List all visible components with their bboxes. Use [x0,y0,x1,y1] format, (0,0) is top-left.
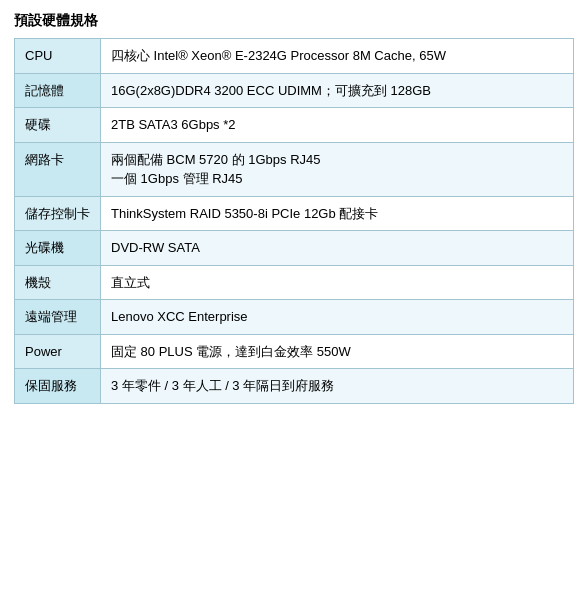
table-row: 硬碟2TB SATA3 6Gbps *2 [15,108,574,143]
spec-value: 兩個配備 BCM 5720 的 1Gbps RJ45一個 1Gbps 管理 RJ… [101,142,574,196]
table-row: 遠端管理Lenovo XCC Enterprise [15,300,574,335]
page-title: 預設硬體規格 [14,12,574,30]
spec-value: DVD-RW SATA [101,231,574,266]
spec-label: 遠端管理 [15,300,101,335]
spec-label: 保固服務 [15,369,101,404]
specs-table: CPU四核心 Intel® Xeon® E-2324G Processor 8M… [14,38,574,404]
table-row: 儲存控制卡ThinkSystem RAID 5350-8i PCIe 12Gb … [15,196,574,231]
spec-label: 儲存控制卡 [15,196,101,231]
spec-value: 直立式 [101,265,574,300]
table-row: 記憶體16G(2x8G)DDR4 3200 ECC UDIMM；可擴充到 128… [15,73,574,108]
table-row: Power固定 80 PLUS 電源，達到白金效率 550W [15,334,574,369]
spec-value: Lenovo XCC Enterprise [101,300,574,335]
spec-value: ThinkSystem RAID 5350-8i PCIe 12Gb 配接卡 [101,196,574,231]
spec-label: 記憶體 [15,73,101,108]
spec-value: 2TB SATA3 6Gbps *2 [101,108,574,143]
table-row: 機殼直立式 [15,265,574,300]
spec-label: 光碟機 [15,231,101,266]
spec-value: 3 年零件 / 3 年人工 / 3 年隔日到府服務 [101,369,574,404]
spec-value: 固定 80 PLUS 電源，達到白金效率 550W [101,334,574,369]
table-row: 保固服務3 年零件 / 3 年人工 / 3 年隔日到府服務 [15,369,574,404]
spec-label: 機殼 [15,265,101,300]
table-row: 網路卡兩個配備 BCM 5720 的 1Gbps RJ45一個 1Gbps 管理… [15,142,574,196]
spec-label: CPU [15,39,101,74]
table-row: CPU四核心 Intel® Xeon® E-2324G Processor 8M… [15,39,574,74]
spec-value: 16G(2x8G)DDR4 3200 ECC UDIMM；可擴充到 128GB [101,73,574,108]
spec-label: 硬碟 [15,108,101,143]
table-row: 光碟機DVD-RW SATA [15,231,574,266]
spec-value: 四核心 Intel® Xeon® E-2324G Processor 8M Ca… [101,39,574,74]
spec-label: 網路卡 [15,142,101,196]
spec-label: Power [15,334,101,369]
